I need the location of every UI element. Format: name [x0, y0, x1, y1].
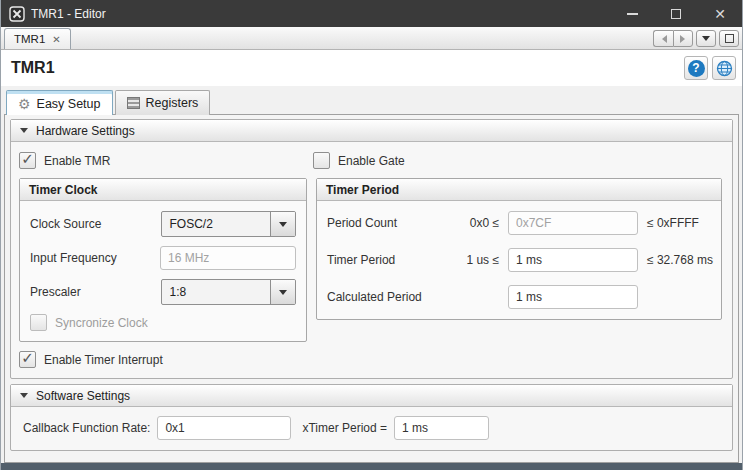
- globe-icon: [716, 60, 733, 77]
- scroll-tabs-right-button[interactable]: [673, 30, 693, 47]
- tab-nav-controls: [653, 30, 739, 49]
- timer-period-grid: Period Count 0x0 ≤ ≤ 0xFFFF Timer Period…: [327, 211, 711, 309]
- editor-tab-strip: ⚙ Easy Setup Registers: [1, 86, 742, 114]
- enable-tmr-checkbox[interactable]: [19, 152, 36, 169]
- page-header: TMR1 ?: [1, 50, 742, 86]
- enable-timer-interrupt-checkbox[interactable]: [19, 351, 36, 368]
- hardware-settings-header[interactable]: Hardware Settings: [11, 120, 732, 142]
- input-frequency-label: Input Frequency: [30, 251, 160, 265]
- software-settings-section: Software Settings Callback Function Rate…: [10, 384, 733, 451]
- enable-gate-checkbox[interactable]: [313, 152, 330, 169]
- period-count-input: [508, 211, 638, 235]
- maximize-pane-icon: [725, 34, 734, 43]
- chevron-down-icon: [702, 36, 710, 45]
- timer-period-header: Timer Period: [317, 179, 721, 201]
- software-settings-body: Callback Function Rate: xTimer Period =: [11, 407, 732, 450]
- hardware-settings-body: Enable TMR Enable Gate Timer Clock Clock…: [11, 142, 732, 378]
- collapse-triangle-icon: [20, 393, 28, 398]
- prescaler-value: 1:8: [162, 280, 271, 304]
- arrow-right-icon: [680, 35, 689, 43]
- syncronize-clock-checkbox[interactable]: [30, 314, 47, 331]
- period-count-max: ≤ 0xFFFF: [647, 216, 713, 230]
- tab-list-dropdown-button[interactable]: [696, 30, 716, 47]
- page-title: TMR1: [11, 59, 55, 77]
- timer-clock-group: Timer Clock Clock Source FOSC/2 Input F: [19, 178, 307, 342]
- input-frequency-field: [160, 246, 296, 270]
- tab-registers[interactable]: Registers: [115, 90, 211, 115]
- close-icon: ✕: [714, 7, 726, 21]
- maximize-button[interactable]: [654, 0, 698, 27]
- gear-icon: ⚙: [18, 97, 31, 111]
- help-button[interactable]: ?: [684, 56, 708, 80]
- period-count-label: Period Count: [327, 216, 426, 230]
- maximize-icon: [671, 9, 681, 19]
- document-tab-bar: TMR1 ✕: [1, 27, 742, 50]
- minimize-button[interactable]: [610, 0, 654, 27]
- tab-close-icon[interactable]: ✕: [52, 34, 60, 45]
- timer-period-body: Period Count 0x0 ≤ ≤ 0xFFFF Timer Period…: [317, 201, 721, 319]
- enable-timer-interrupt-row: Enable Timer Interrupt: [19, 351, 726, 368]
- window-title: TMR1 - Editor: [31, 7, 106, 21]
- easy-setup-panel: Hardware Settings Enable TMR Enable Gate: [4, 114, 739, 463]
- enable-gate-label: Enable Gate: [338, 154, 405, 168]
- tab-easy-setup-label: Easy Setup: [37, 97, 101, 111]
- callback-rate-label: Callback Function Rate:: [23, 421, 150, 435]
- registers-icon: [127, 97, 140, 109]
- tab-registers-label: Registers: [146, 96, 199, 110]
- prescaler-label: Prescaler: [30, 285, 161, 299]
- calculated-period-label: Calculated Period: [327, 290, 426, 304]
- clock-source-dropdown-button[interactable]: [270, 212, 295, 236]
- enable-row: Enable TMR Enable Gate: [19, 152, 726, 169]
- period-count-min: 0x0 ≤: [435, 216, 499, 230]
- timer-clock-body: Clock Source FOSC/2 Input Frequency: [20, 201, 306, 341]
- scroll-tabs-left-button[interactable]: [653, 30, 673, 47]
- chevron-down-icon: [279, 290, 287, 299]
- window-bottom-edge: [1, 463, 742, 470]
- enable-tmr-label: Enable TMR: [44, 154, 110, 168]
- header-actions: ?: [684, 56, 736, 80]
- timer-period-label: Timer Period: [327, 253, 426, 267]
- hardware-settings-title: Hardware Settings: [36, 124, 135, 138]
- enable-tmr-row: Enable TMR: [19, 152, 313, 169]
- prescaler-dropdown-button[interactable]: [270, 280, 295, 304]
- minimize-icon: [627, 13, 638, 15]
- prescaler-row: Prescaler 1:8: [30, 279, 296, 305]
- collapse-triangle-icon: [20, 128, 28, 133]
- input-frequency-row: Input Frequency: [30, 246, 296, 270]
- arrow-left-icon: [658, 35, 667, 43]
- timer-clock-header: Timer Clock: [20, 179, 306, 201]
- tab-easy-setup[interactable]: ⚙ Easy Setup: [6, 90, 113, 115]
- enable-gate-row: Enable Gate: [313, 152, 405, 169]
- timer-period-min: 1 us ≤: [435, 253, 499, 267]
- timer-period-multiplier-label: xTimer Period =: [302, 421, 387, 435]
- clock-source-value: FOSC/2: [162, 212, 271, 236]
- software-settings-header[interactable]: Software Settings: [11, 385, 732, 407]
- close-button[interactable]: ✕: [698, 0, 742, 27]
- clock-source-label: Clock Source: [30, 217, 161, 231]
- hardware-settings-section: Hardware Settings Enable TMR Enable Gate: [10, 119, 733, 379]
- titlebar: TMR1 - Editor ✕: [1, 0, 742, 27]
- software-settings-title: Software Settings: [36, 389, 130, 403]
- help-icon: ?: [688, 60, 705, 77]
- timer-period-max: ≤ 32.768 ms: [647, 253, 713, 267]
- timer-period-group: Timer Period Period Count 0x0 ≤ ≤ 0xFFFF…: [316, 178, 722, 320]
- chevron-down-icon: [279, 222, 287, 231]
- web-docs-button[interactable]: [712, 56, 736, 80]
- timer-period-multiplier-input[interactable]: [394, 416, 489, 440]
- mplab-x-app-icon: [9, 6, 25, 22]
- tmr1-editor-window: TMR1 - Editor ✕ TMR1 ✕ TMR1 ?: [0, 0, 743, 470]
- clock-source-select[interactable]: FOSC/2: [161, 211, 297, 237]
- clock-source-row: Clock Source FOSC/2: [30, 211, 296, 237]
- enable-timer-interrupt-label: Enable Timer Interrupt: [44, 353, 163, 367]
- window-controls: ✕: [610, 0, 742, 27]
- callback-rate-input[interactable]: [157, 416, 291, 440]
- document-tab-label: TMR1: [14, 33, 45, 45]
- calculated-period-input[interactable]: [508, 285, 638, 309]
- document-tab-tmr1[interactable]: TMR1 ✕: [4, 28, 71, 49]
- timer-period-input[interactable]: [508, 248, 638, 272]
- syncronize-clock-row: Syncronize Clock: [30, 314, 296, 331]
- maximize-pane-button[interactable]: [719, 30, 739, 47]
- groups-row: Timer Clock Clock Source FOSC/2 Input F: [19, 178, 726, 342]
- syncronize-clock-label: Syncronize Clock: [55, 316, 148, 330]
- prescaler-select[interactable]: 1:8: [161, 279, 297, 305]
